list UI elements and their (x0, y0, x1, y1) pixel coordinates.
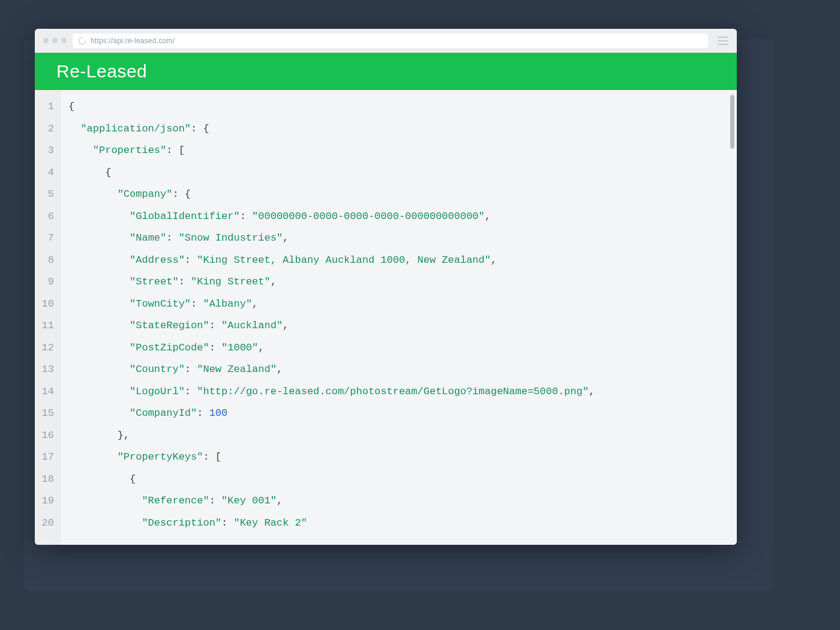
line-number: 13 (35, 359, 54, 381)
line-number: 15 (35, 403, 54, 425)
code-line: "Reference": "Key 001", (68, 490, 737, 512)
code-line: { (68, 96, 737, 118)
line-number: 11 (35, 315, 54, 337)
code-line: "Properties": [ (68, 140, 737, 162)
line-number: 3 (35, 140, 54, 162)
code-line: "Company": { (68, 184, 737, 206)
line-number: 9 (35, 271, 54, 293)
app-title: Re-Leased (56, 61, 147, 82)
close-icon[interactable] (43, 38, 49, 43)
code-line: { (68, 469, 737, 491)
code-line: "StateRegion": "Auckland", (68, 315, 737, 337)
line-number: 12 (35, 337, 54, 359)
code-line: "LogoUrl": "http://go.re-leased.com/phot… (68, 381, 737, 403)
code-line: { (68, 162, 737, 184)
url-bar[interactable]: https://api.re-leased.com/ (73, 34, 708, 48)
code-line: "PropertyKeys": [ (68, 446, 737, 469)
line-number: 14 (35, 381, 54, 403)
line-number: 8 (35, 250, 54, 272)
line-number: 5 (35, 184, 54, 206)
code-line: "PostZipCode": "1000", (68, 337, 737, 359)
line-number: 1 (35, 96, 54, 118)
line-gutter: 1234567891011121314151617181920 (35, 90, 61, 545)
code-line: "CompanyId": 100 (68, 403, 737, 425)
browser-window: https://api.re-leased.com/ Re-Leased 123… (35, 29, 737, 545)
code-line: "Description": "Key Rack 2" (68, 512, 737, 535)
line-number: 17 (35, 446, 54, 469)
line-number: 10 (35, 293, 54, 316)
line-number: 19 (35, 490, 54, 512)
menu-icon[interactable] (718, 37, 728, 45)
line-number: 6 (35, 206, 54, 228)
line-number: 16 (35, 425, 54, 447)
code-content[interactable]: { "application/json": { "Properties": [ … (61, 90, 737, 545)
browser-chrome: https://api.re-leased.com/ (35, 29, 737, 53)
window-controls (43, 38, 67, 43)
refresh-icon[interactable] (77, 35, 88, 46)
line-number: 7 (35, 227, 54, 250)
code-line: "Address": "King Street, Albany Auckland… (68, 250, 737, 272)
code-line: "Name": "Snow Industries", (68, 227, 737, 250)
app-header: Re-Leased (35, 53, 737, 90)
code-line: }, (68, 425, 737, 447)
line-number: 20 (35, 512, 54, 535)
line-number: 2 (35, 118, 54, 140)
minimize-icon[interactable] (52, 38, 58, 43)
code-line: "GlobalIdentifier": "00000000-0000-0000-… (68, 206, 737, 228)
code-line: "TownCity": "Albany", (68, 293, 737, 316)
code-line: "Street": "King Street", (68, 271, 737, 293)
url-text: https://api.re-leased.com/ (91, 37, 175, 45)
line-number: 18 (35, 469, 54, 491)
code-line: "application/json": { (68, 118, 737, 140)
code-line: "Country": "New Zealand", (68, 359, 737, 381)
line-number: 4 (35, 162, 54, 184)
scrollbar-thumb[interactable] (730, 95, 734, 149)
maximize-icon[interactable] (61, 38, 67, 43)
code-editor[interactable]: 1234567891011121314151617181920 { "appli… (35, 90, 737, 545)
